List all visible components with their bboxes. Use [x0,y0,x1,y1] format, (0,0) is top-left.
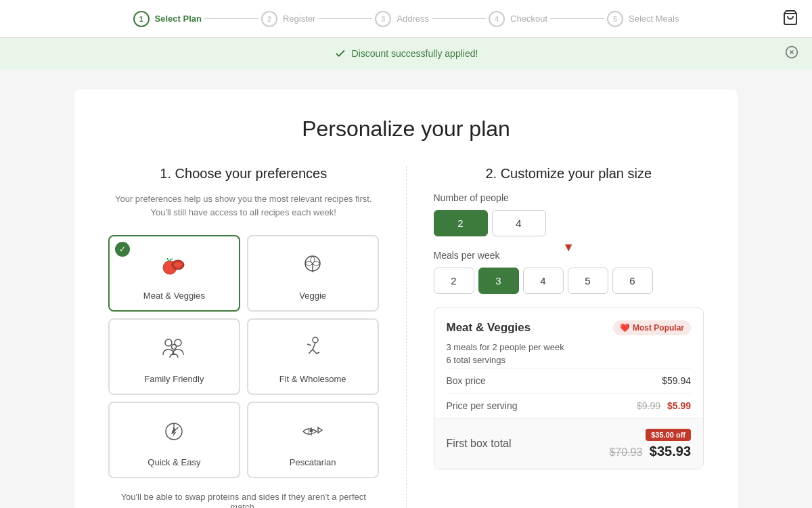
discount-text: Discount successfully applied! [352,48,478,59]
fit-wholesome-icon [298,333,328,367]
step-connector-4 [550,18,604,19]
meals-desc: 3 meals for 2 people per week [447,342,692,352]
left-column: 1. Choose your preferences Your preferen… [108,166,407,508]
step-1-label: Select Plan [155,14,202,24]
meals-pill-3[interactable]: 3 [478,268,519,294]
two-columns: 1. Choose your preferences Your preferen… [108,166,704,508]
first-box-original-wrapper: $70.93 $35.93 [609,444,691,459]
quick-easy-icon [159,417,189,450]
banner-close-button[interactable] [785,45,798,62]
box-price-label: Box price [447,375,486,386]
svg-point-8 [165,339,172,346]
step-2-circle: 2 [261,11,277,27]
meals-pill-2[interactable]: 2 [434,268,474,294]
first-box-final: $35.93 [650,444,691,459]
people-pills: 2 4 [434,210,704,236]
most-popular-label: Most Popular [633,323,684,333]
cart-icon[interactable] [782,9,798,28]
meals-pill-6[interactable]: 6 [612,268,653,294]
pref-fit-wholesome[interactable]: Fit & Wholesome [247,318,379,395]
summary-header: Meat & Veggies ❤️ Most Popular [447,320,692,335]
summary-box: Meat & Veggies ❤️ Most Popular 3 meals f… [434,308,704,469]
pref-family-friendly-label: Family Friendly [144,374,204,384]
per-serving-original: $9.99 [637,400,660,411]
step-2: 2 Register [261,11,315,27]
step-connector-1 [204,18,258,19]
section2-title: 2. Customize your plan size [434,166,704,182]
pref-veggie[interactable]: Veggie [247,235,379,312]
right-column: 2. Customize your plan size Number of pe… [407,166,704,508]
top-nav: 1 Select Plan 2 Register 3 Address 4 Che… [0,0,812,38]
pref-pescatarian[interactable]: Pescatarian [247,402,379,478]
svg-point-11 [313,337,318,343]
step-5-circle: 5 [607,11,623,27]
step-4-label: Checkout [510,14,547,24]
meals-selector-row: ▼ Meals per week 2 3 4 5 6 [434,250,704,294]
step-2-label: Register [283,14,315,24]
first-box-label: First box total [447,438,512,450]
section1-title: 1. Choose your preferences [108,166,379,182]
close-icon [785,45,798,59]
first-box-row: First box total $35.00 off $70.93 $35.93 [434,418,704,469]
steps-container: 1 Select Plan 2 Register 3 Address 4 Che… [133,11,679,27]
pref-quick-easy[interactable]: Quick & Easy [108,402,240,478]
people-label: Number of people [434,192,704,203]
per-serving-row: Price per serving $9.99 $5.99 [447,393,692,418]
family-friendly-icon [159,333,189,367]
per-serving-prices: $9.99 $5.99 [637,400,691,411]
discount-tag: $35.00 off [646,429,691,441]
step-5: 5 Select Meals [607,11,679,27]
down-indicator: ▼ [562,240,574,255]
step-1-circle: 1 [133,11,150,27]
box-price-value: $59.94 [662,375,691,386]
pescatarian-icon [298,417,328,450]
people-selector-row: Number of people 2 4 [434,192,704,236]
svg-point-10 [172,345,177,350]
step-connector-3 [432,18,486,19]
step-4: 4 Checkout [489,11,547,27]
swap-note: You'll be able to swap proteins and side… [108,492,379,508]
meat-veggies-icon [159,250,189,284]
step-4-circle: 4 [489,11,505,27]
people-pill-2[interactable]: 2 [434,210,488,236]
meals-pill-5[interactable]: 5 [568,268,608,294]
veggie-icon [298,250,328,284]
per-serving-discounted: $5.99 [667,400,691,411]
pref-meat-veggies[interactable]: ✓ Meat & Veggies [108,235,240,312]
step-3-label: Address [397,14,429,24]
per-serving-label: Price per serving [447,400,518,411]
box-price-row: Box price $59.94 [447,368,692,393]
pref-fit-wholesome-label: Fit & Wholesome [279,374,346,384]
step-connector-2 [318,18,372,19]
svg-point-6 [174,262,182,268]
check-badge: ✓ [115,242,130,257]
summary-title: Meat & Veggies [447,321,531,335]
meals-pill-4[interactable]: 4 [523,268,564,294]
pref-family-friendly[interactable]: Family Friendly [108,318,240,395]
first-box-original: $70.93 [609,446,642,458]
step-3: 3 Address [375,11,429,27]
check-icon [334,47,346,60]
discount-banner: Discount successfully applied! [0,38,812,69]
pref-quick-easy-label: Quick & Easy [148,457,200,467]
people-pill-4[interactable]: 4 [492,210,546,236]
main-content: Personalize your plan 1. Choose your pre… [74,89,738,508]
section1-subtitle: Your preferences help us show you the mo… [108,192,379,219]
pref-pescatarian-label: Pescatarian [290,457,336,467]
step-5-label: Select Meals [629,14,679,24]
most-popular-badge: ❤️ Most Popular [613,320,691,335]
step-1: 1 Select Plan [133,11,202,27]
pref-veggie-label: Veggie [299,291,326,301]
heart-icon: ❤️ [620,323,630,333]
servings-desc: 6 total servings [447,355,692,365]
meals-pills: 2 3 4 5 6 [434,268,704,294]
preferences-grid: ✓ Meat & Veggies [108,235,379,478]
page-title: Personalize your plan [108,117,704,142]
step-3-circle: 3 [375,11,391,27]
pref-meat-veggies-label: Meat & Veggies [143,291,205,301]
first-box-prices: $35.00 off $70.93 $35.93 [609,428,691,459]
